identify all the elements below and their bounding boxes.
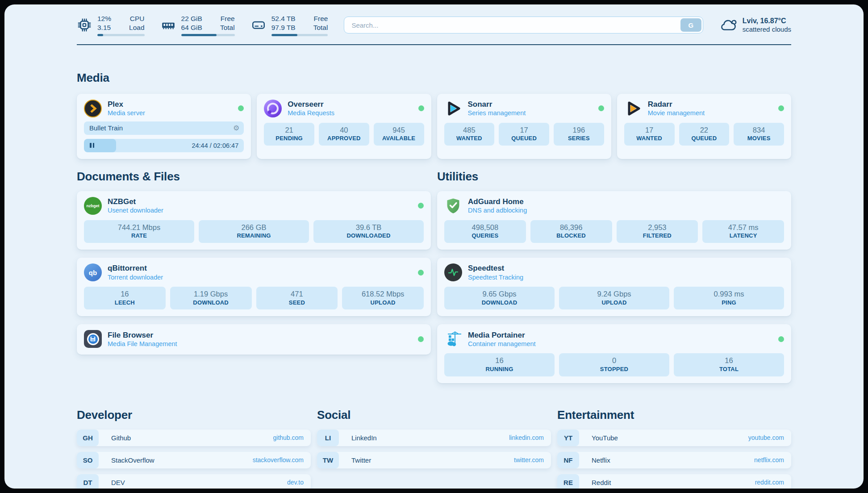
app-subtitle: Media Requests bbox=[288, 109, 334, 117]
card-header: Plex Media server bbox=[84, 100, 244, 117]
stat-label: PING bbox=[675, 299, 783, 307]
link-row-twitter[interactable]: TW Twitter twitter.com bbox=[317, 452, 551, 468]
stat-value: 945 bbox=[375, 125, 423, 135]
stat-pill: 0.993 ms PING bbox=[674, 287, 784, 309]
adguard-card[interactable]: AdGuard Home DNS and adblocking 498,508 … bbox=[437, 191, 791, 250]
stat-label: WANTED bbox=[445, 135, 494, 142]
stat-label: DOWNLOADED bbox=[314, 232, 423, 240]
app-name: Media Portainer bbox=[468, 330, 536, 340]
stats-row: 16 RUNNING 0 STOPPED 16 TOTAL bbox=[444, 353, 784, 376]
ram-icon bbox=[161, 17, 176, 33]
ram-free-label: Free bbox=[220, 14, 235, 23]
nzbget-card[interactable]: nzbget NZBGet Usenet downloader 744.21 M… bbox=[77, 191, 431, 250]
ram-progress-bar bbox=[181, 34, 235, 36]
link-row-stackoverflow[interactable]: SO StackOverflow stackoverflow.com bbox=[77, 452, 311, 468]
disk-widget: 52.4 TB 97.9 TB Free Total bbox=[251, 14, 328, 36]
portainer-card[interactable]: Media Portainer Container management 16 … bbox=[437, 324, 791, 383]
overseerr-icon bbox=[264, 100, 282, 117]
radarr-card[interactable]: Radarr Movie management 17 WANTED 22 QUE… bbox=[617, 94, 791, 159]
plex-icon bbox=[84, 100, 102, 117]
stat-label: PENDING bbox=[265, 135, 313, 142]
stat-pill: 744.21 Mbps RATE bbox=[84, 220, 194, 243]
stats-row: 744.21 Mbps RATE 266 GB REMAINING 39.6 T… bbox=[84, 220, 424, 243]
stat-pill: 21 PENDING bbox=[264, 123, 314, 146]
stat-pill: 22 QUEUED bbox=[679, 123, 730, 146]
stat-label: LATENCY bbox=[703, 232, 783, 240]
playback-progress-fill bbox=[84, 139, 116, 152]
disk-free-label: Free bbox=[313, 14, 328, 23]
card-header: File Browser Media File Management bbox=[84, 330, 424, 348]
stat-pill: 1.19 Gbps DOWNLOAD bbox=[170, 287, 252, 309]
card-header: nzbget NZBGet Usenet downloader bbox=[84, 197, 424, 215]
adguard-icon bbox=[444, 197, 462, 215]
stat-pill: 16 LEECH bbox=[84, 287, 166, 309]
link-row-dev[interactable]: DT DEV dev.to bbox=[77, 474, 311, 489]
qb-logo-text: qb bbox=[89, 269, 97, 276]
stat-label: SEED bbox=[257, 299, 337, 307]
link-url: netflix.com bbox=[754, 456, 784, 464]
stat-label: RUNNING bbox=[445, 366, 554, 373]
top-bar: 12% 3.15 CPU Load bbox=[77, 4, 791, 45]
link-row-youtube[interactable]: YT YouTube youtube.com bbox=[557, 430, 791, 446]
stat-value: 40 bbox=[320, 125, 368, 135]
disk-progress-fill bbox=[271, 34, 297, 36]
link-badge: RE bbox=[557, 474, 579, 489]
stats-row: 9.65 Gbps DOWNLOAD 9.24 Gbps UPLOAD 0.99… bbox=[444, 287, 784, 309]
stats-row: 16 LEECH 1.19 Gbps DOWNLOAD 471 SEED bbox=[84, 287, 424, 309]
app-name: qBittorrent bbox=[108, 263, 163, 273]
link-row-reddit[interactable]: RE Reddit reddit.com bbox=[557, 474, 791, 489]
link-url: stackoverflow.com bbox=[253, 456, 304, 464]
now-playing-title: Bullet Train bbox=[89, 124, 123, 132]
radarr-icon bbox=[624, 100, 642, 117]
media-section-title: Media bbox=[77, 71, 791, 85]
overseerr-card[interactable]: Overseerr Media Requests 21 PENDING 40 A… bbox=[257, 94, 431, 159]
hardware-stats: 12% 3.15 CPU Load bbox=[77, 14, 328, 36]
stat-value: 744.21 Mbps bbox=[85, 223, 193, 232]
load-label: Load bbox=[129, 23, 144, 32]
status-dot bbox=[418, 203, 424, 209]
qbittorrent-card[interactable]: qb qBittorrent Torrent downloader 16 bbox=[77, 258, 431, 316]
link-url: github.com bbox=[273, 434, 304, 441]
developer-links-column: Developer GH Github github.com SO StackO… bbox=[77, 408, 311, 489]
stat-pill: 9.24 Gbps UPLOAD bbox=[559, 287, 669, 309]
sonarr-card[interactable]: Sonarr Series management 485 WANTED 17 Q… bbox=[437, 94, 611, 159]
link-row-github[interactable]: GH Github github.com bbox=[77, 430, 311, 446]
link-url: youtube.com bbox=[748, 434, 784, 441]
stat-value: 17 bbox=[625, 125, 674, 135]
stat-label: SERIES bbox=[555, 135, 603, 142]
stats-row: 17 WANTED 22 QUEUED 834 MOVIES bbox=[624, 123, 784, 146]
stat-value: 0.993 ms bbox=[675, 289, 783, 299]
status-dot bbox=[418, 270, 424, 276]
stat-value: 0 bbox=[560, 356, 668, 365]
stat-pill: 266 GB REMAINING bbox=[199, 220, 309, 243]
link-row-netflix[interactable]: NF Netflix netflix.com bbox=[557, 452, 791, 468]
stat-pill: 618.52 Mbps UPLOAD bbox=[342, 287, 424, 309]
link-url: dev.to bbox=[287, 479, 304, 486]
hard-drive-icon bbox=[251, 17, 266, 33]
stat-pill: 9.65 Gbps DOWNLOAD bbox=[444, 287, 555, 309]
cpu-label: CPU bbox=[129, 14, 144, 23]
link-name: YouTube bbox=[592, 434, 618, 442]
stat-value: 22 bbox=[680, 125, 729, 135]
disk-total-label: Total bbox=[313, 23, 328, 32]
link-name: LinkedIn bbox=[351, 434, 377, 442]
filebrowser-card[interactable]: File Browser Media File Management bbox=[77, 324, 431, 355]
app-name: File Browser bbox=[108, 330, 177, 340]
disk-total-value: 97.9 TB bbox=[271, 23, 296, 32]
stat-value: 16 bbox=[85, 289, 165, 299]
stat-label: UPLOAD bbox=[343, 299, 423, 307]
pause-icon[interactable] bbox=[90, 143, 94, 148]
search-input[interactable] bbox=[344, 17, 703, 33]
link-badge: NF bbox=[557, 452, 579, 468]
speedtest-card[interactable]: Speedtest Speedtest Tracking 9.65 Gbps D… bbox=[437, 258, 791, 316]
link-row-linkedin[interactable]: LI LinkedIn linkedin.com bbox=[317, 430, 551, 446]
sonarr-icon bbox=[444, 100, 462, 117]
plex-card[interactable]: Plex Media server Bullet Train ⚙ 24:44 /… bbox=[77, 94, 251, 159]
cloud-icon bbox=[719, 17, 737, 33]
gear-icon[interactable]: ⚙ bbox=[233, 125, 239, 132]
stat-value: 9.65 Gbps bbox=[445, 289, 554, 299]
link-name: Github bbox=[111, 434, 131, 442]
stat-label: MOVIES bbox=[734, 135, 783, 142]
card-header: Radarr Movie management bbox=[624, 100, 784, 117]
google-search-button[interactable]: G bbox=[680, 18, 701, 32]
